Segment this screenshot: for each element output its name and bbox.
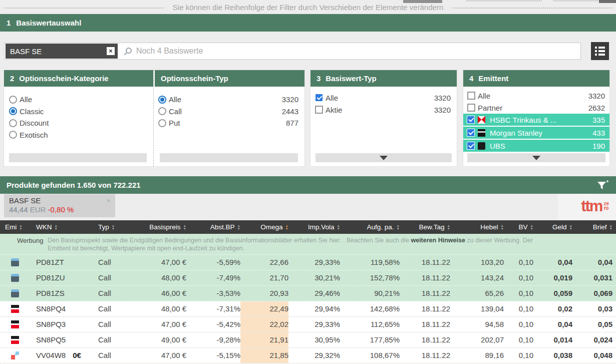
panel-kategorie-header[interactable]: 2 Optionsschein-Kategorie [4, 70, 153, 87]
column-label: Typ [98, 223, 109, 231]
list-view-button[interactable] [591, 42, 609, 60]
imp-vola-cell: 29,32% [288, 348, 340, 363]
column-header[interactable]: BV ▲▼ [504, 223, 533, 231]
geld-cell: 0,059 [533, 286, 572, 301]
checkbox-option-emittent[interactable]: Morgan Stanley 433 [463, 127, 609, 139]
panel-typ-header[interactable]: Optionsschein-Typ [155, 70, 304, 87]
wkn-cell[interactable]: PD81ZT [32, 255, 95, 270]
panel-scrollbar[interactable] [9, 153, 147, 162]
aufgeld-pa-cell: 142,68% [340, 301, 400, 316]
sort-arrows-icon[interactable]: ▲▼ [19, 224, 22, 230]
imp-vola-cell: 29,33% [288, 255, 340, 270]
checkbox-icon[interactable] [467, 142, 475, 150]
close-tab-icon[interactable]: × [107, 197, 111, 205]
column-header[interactable]: Omega ▲▼ [240, 223, 288, 231]
radio-option-kategorie[interactable]: Discount [4, 117, 153, 129]
column-header[interactable]: WKN ▲▼ [32, 223, 95, 231]
brand-sup-bottom: ro [603, 206, 609, 210]
drag-hint-text: Sie können die Reihenfolge der Filter du… [164, 3, 452, 12]
column-header[interactable]: Basispreis ▲▼ [130, 223, 186, 231]
disclaimer-text: Den Basisprospekt sowie die Endgültigen … [48, 234, 553, 254]
emittent-logo [11, 336, 19, 344]
panel-scrollbar[interactable] [467, 153, 605, 162]
wkn-cell[interactable]: PD81ZU [32, 270, 95, 285]
checkbox-option-emittent[interactable]: Partner 2632 [463, 102, 609, 114]
checkbox-option-basiswert-typ[interactable]: Aktie 3320 [311, 104, 457, 116]
wkn-cell[interactable]: SN8PQ3 [32, 317, 95, 332]
panel-scrollbar[interactable] [316, 153, 452, 162]
bewertungstag-cell: 18.11.22 [400, 286, 450, 301]
radio-icon[interactable] [158, 96, 166, 104]
wkn-cell[interactable]: SN8PQ5 [32, 332, 95, 347]
radio-icon[interactable] [9, 119, 17, 127]
emittent-logo [11, 305, 19, 313]
radio-icon[interactable] [9, 131, 17, 139]
filter-funnel-icon[interactable]: * [596, 180, 609, 190]
column-header[interactable]: Emi ▲▼ [4, 223, 32, 231]
radio-icon[interactable] [9, 107, 17, 115]
option-label: Alle [20, 95, 32, 104]
checkbox-icon[interactable] [315, 106, 323, 114]
results-bar: Produkte gefunden 1.650 von 722.221 * [0, 176, 616, 194]
radio-option-kategorie[interactable]: Alle [4, 94, 153, 106]
option-count: 2632 [588, 104, 605, 112]
column-header[interactable]: Abst.BP ▲▼ [186, 223, 240, 231]
brief-cell: 0,069 [572, 286, 612, 301]
sort-arrows-icon[interactable]: ▲▼ [55, 224, 58, 230]
table-row[interactable]: PD81ZU Call 48,00 € -7,49% 21,70 30,21% … [0, 270, 616, 286]
panel-scrollbar[interactable] [160, 153, 298, 162]
brand-main-text: ttm [581, 199, 602, 213]
radio-option-typ[interactable]: Call 2443 [153, 106, 304, 118]
column-header[interactable]: Typ ▲▼ [95, 223, 130, 231]
table-row[interactable]: SN8PQ3 Call 47,00 € -5,42% 22,02 29,33% … [0, 317, 616, 332]
sort-arrows-icon[interactable]: ▲▼ [112, 224, 115, 230]
radio-option-typ[interactable]: Alle 3320 [153, 94, 304, 106]
table-row[interactable]: PD81ZT Call 47,00 € -5,59% 22,66 29,33% … [0, 255, 616, 270]
filter-panel-optionsschein: 2 Optionsschein-Kategorie Alle Classic [4, 70, 304, 166]
search-input[interactable] [132, 47, 580, 56]
panel-basiswert-typ-header[interactable]: 3 Basiswert-Typ [311, 70, 457, 87]
omega-cell: 21,91 [240, 332, 288, 347]
weitere-hinweise-link[interactable]: weiteren Hinweise [411, 237, 465, 244]
checkbox-option-emittent[interactable]: UBS 190 [463, 140, 609, 152]
table-row[interactable]: PD81ZS Call 46,00 € -3,53% 20,93 29,46% … [0, 286, 616, 301]
column-header[interactable]: Brief ▲▼ [572, 223, 612, 231]
table-row[interactable]: VV04W8 0€ Call 47,00 € -5,15% 21,85 29,3… [0, 348, 616, 363]
bewertungstag-cell: 18.11.22 [400, 348, 450, 363]
asset-tab-basf[interactable]: BASF SE × 44,44 EUR -0,80 % [4, 194, 115, 217]
column-header[interactable]: Bew.Tag ▲▼ [400, 223, 450, 231]
column-header[interactable]: Imp.Vola ▲▼ [288, 223, 340, 231]
selected-basiswert-tag[interactable]: BASF SE × [6, 44, 118, 59]
column-header[interactable]: Aufg. pa. ▲▼ [340, 223, 400, 231]
geld-cell: 0,04 [533, 255, 572, 270]
radio-option-typ[interactable]: Put 877 [153, 117, 304, 129]
wkn-cell[interactable]: PD81ZS [32, 286, 95, 301]
checkbox-icon[interactable] [467, 129, 475, 137]
checkbox-icon[interactable] [467, 116, 475, 124]
checkbox-option-basiswert-typ[interactable]: Alle 3320 [311, 92, 457, 104]
column-header[interactable]: Hebel ▲▼ [450, 223, 504, 231]
wkn-cell[interactable]: SN8PQ4 [32, 301, 95, 316]
filter-panel-basiswert-typ: 3 Basiswert-Typ Alle 3320 Aktie 3320 [311, 70, 457, 166]
geld-cell: 0,04 [533, 317, 572, 332]
checkbox-icon[interactable] [467, 92, 475, 100]
radio-icon[interactable] [9, 96, 17, 104]
basiswert-search-box[interactable]: BASF SE × [4, 43, 581, 60]
checkbox-option-emittent[interactable]: Alle 3320 [463, 90, 609, 102]
brief-cell: 0,048 [572, 348, 612, 363]
panel-emittent-header[interactable]: 4 Emittent [463, 70, 609, 87]
sort-arrows-icon[interactable]: ▲▼ [609, 224, 612, 230]
table-row[interactable]: SN8PQ4 Call 48,00 € -7,31% 22,49 29,94% … [0, 301, 616, 317]
table-row[interactable]: SN8PQ5 Call 49,00 € -9,28% 21,91 30,95% … [0, 332, 616, 348]
remove-tag-icon[interactable]: × [107, 47, 115, 55]
radio-option-kategorie[interactable]: Exotisch [4, 129, 153, 141]
radio-icon[interactable] [158, 119, 166, 127]
checkbox-option-emittent[interactable]: HSBC Trinkaus & ... 335 [463, 114, 609, 126]
radio-icon[interactable] [158, 107, 166, 115]
wkn-cell[interactable]: VV04W8 0€ [32, 348, 95, 363]
checkbox-icon[interactable] [467, 104, 475, 112]
checkbox-icon[interactable] [315, 94, 323, 102]
column-header[interactable]: Geld ▲▼ [533, 223, 572, 231]
radio-option-kategorie[interactable]: Classic [4, 106, 153, 118]
emittent-cell [4, 301, 32, 316]
